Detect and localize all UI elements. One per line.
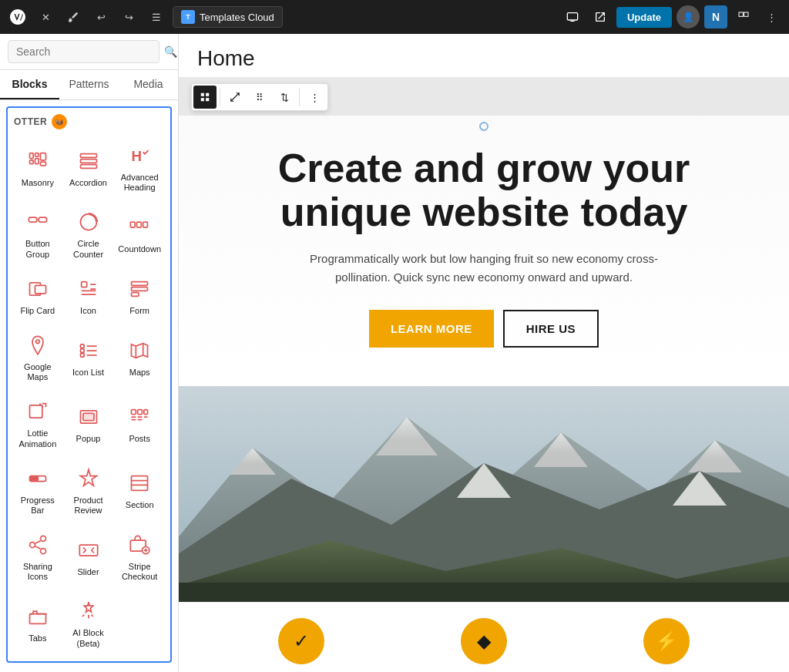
lottie-icon [24, 398, 52, 425]
block-ai[interactable]: AI Block (Beta) [65, 591, 112, 654]
update-button[interactable]: Update [616, 7, 672, 28]
top-bar: ✕ ↩ ↪ ☰ T Templates Cloud Update 👤 N ⋮ [0, 0, 789, 34]
svg-rect-45 [201, 93, 204, 96]
tabs-label: Tabs [29, 633, 46, 643]
svg-rect-16 [131, 222, 136, 227]
block-lottie[interactable]: Lottie Animation [14, 391, 62, 455]
hire-us-button[interactable]: HIRE US [503, 310, 599, 348]
section-icon [126, 469, 153, 497]
block-stripe[interactable]: Stripe Checkout [115, 525, 164, 588]
product-review-icon [75, 465, 102, 492]
block-posts[interactable]: Posts [115, 391, 164, 455]
page-title: Home [197, 46, 771, 71]
form-icon [126, 275, 153, 303]
wp-logo[interactable] [6, 5, 29, 29]
toolbar-drag-button[interactable]: ⠿ [248, 86, 271, 109]
n-button[interactable]: N [704, 5, 727, 29]
block-tabs: Blocks Patterns Media [0, 70, 178, 100]
masonry-icon [24, 147, 52, 175]
view-toggle-button[interactable] [732, 5, 755, 29]
svg-rect-5 [40, 153, 45, 160]
block-section[interactable]: Section [115, 459, 164, 522]
block-circle-counter[interactable]: Circle Counter [65, 202, 112, 265]
external-link-icon[interactable] [589, 5, 612, 29]
block-tabs[interactable]: Tabs [14, 591, 62, 654]
hero-section: Create and grow your unique website toda… [179, 77, 789, 602]
toolbar-more-button[interactable]: ⋮ [303, 86, 326, 109]
block-advanced-heading[interactable]: H Advanced Heading [115, 136, 164, 199]
block-google-maps[interactable]: Google Maps [14, 325, 62, 388]
toolbar-block-type-button[interactable] [193, 86, 217, 109]
maps-icon [126, 337, 153, 365]
google-maps-icon [24, 331, 52, 359]
posts-label: Posts [129, 434, 150, 444]
block-icon-list[interactable]: Icon List [65, 325, 112, 388]
hero-content: Create and grow your unique website toda… [179, 116, 789, 386]
svg-rect-2 [744, 12, 748, 16]
block-form[interactable]: Form [115, 269, 164, 322]
sharing-icons-icon [24, 531, 52, 559]
block-icon[interactable]: Icon [65, 269, 112, 322]
svg-text:H: H [132, 148, 142, 164]
circle-counter-icon [75, 208, 102, 236]
hero-buttons: LEARN MORE HIRE US [225, 310, 743, 348]
otter-header: OTTER 🦦 [14, 114, 164, 129]
tab-patterns[interactable]: Patterns [59, 70, 119, 99]
svg-rect-44 [29, 614, 45, 624]
countdown-label: Countdown [118, 244, 161, 254]
block-sharing-icons[interactable]: Sharing Icons [14, 525, 62, 588]
preview-icon[interactable] [561, 5, 584, 29]
search-icon: 🔍 [164, 45, 177, 58]
block-maps[interactable]: Maps [115, 325, 164, 388]
search-bar: 🔍 [0, 34, 178, 70]
otter-section: OTTER 🦦 Masonry Accordion [6, 106, 172, 663]
slider-icon [75, 536, 102, 564]
page-title-bar: Home [179, 34, 789, 77]
svg-rect-23 [132, 287, 148, 291]
block-accordion[interactable]: Accordion [65, 136, 112, 199]
close-button[interactable]: ✕ [34, 5, 57, 29]
svg-rect-24 [132, 292, 139, 296]
more-options-button[interactable]: ⋮ [760, 5, 783, 29]
svg-rect-18 [143, 222, 148, 227]
block-flip-card[interactable]: Flip Card [14, 269, 62, 322]
button-group-icon [24, 208, 52, 236]
tools-button[interactable] [62, 5, 85, 29]
svg-rect-59 [179, 583, 789, 602]
svg-rect-10 [80, 159, 96, 163]
svg-rect-33 [138, 410, 143, 415]
toolbar-up-down-button[interactable]: ⇅ [273, 86, 296, 109]
search-input[interactable] [8, 40, 159, 63]
flip-card-icon [24, 275, 52, 303]
block-popup[interactable]: Popup [65, 391, 112, 455]
learn-more-button[interactable]: LEARN MORE [369, 310, 494, 348]
block-masonry[interactable]: Masonry [14, 136, 62, 199]
redo-button[interactable]: ↪ [117, 5, 140, 29]
tools-menu-button[interactable]: ☰ [145, 5, 168, 29]
undo-button[interactable]: ↩ [89, 5, 112, 29]
svg-rect-28 [80, 353, 84, 357]
block-product-review[interactable]: Product Review [65, 459, 112, 522]
block-progress-bar[interactable]: Progress Bar [14, 459, 62, 522]
block-toolbar: ⠿ ⇅ ⋮ [191, 83, 328, 111]
tab-blocks[interactable]: Blocks [0, 70, 59, 99]
block-countdown[interactable]: Countdown [115, 202, 164, 265]
svg-rect-36 [29, 475, 39, 481]
maps-label: Maps [129, 368, 150, 378]
ai-block-icon [75, 597, 102, 625]
popup-icon [75, 403, 102, 431]
tab-media[interactable]: Media [119, 70, 178, 99]
svg-rect-37 [132, 476, 148, 491]
svg-rect-9 [80, 153, 96, 157]
icon-label: Icon [80, 306, 96, 316]
svg-rect-8 [40, 162, 45, 166]
svg-rect-20 [35, 285, 45, 294]
block-slider[interactable]: Slider [65, 525, 112, 588]
user-avatar[interactable]: 👤 [677, 5, 700, 29]
templates-cloud-button[interactable]: T Templates Cloud [173, 6, 283, 28]
svg-point-38 [40, 536, 45, 541]
toolbar-resize-button[interactable] [223, 86, 247, 109]
block-button-group[interactable]: Button Group [14, 202, 62, 265]
svg-rect-1 [739, 12, 743, 16]
icon-block-icon [75, 275, 102, 303]
